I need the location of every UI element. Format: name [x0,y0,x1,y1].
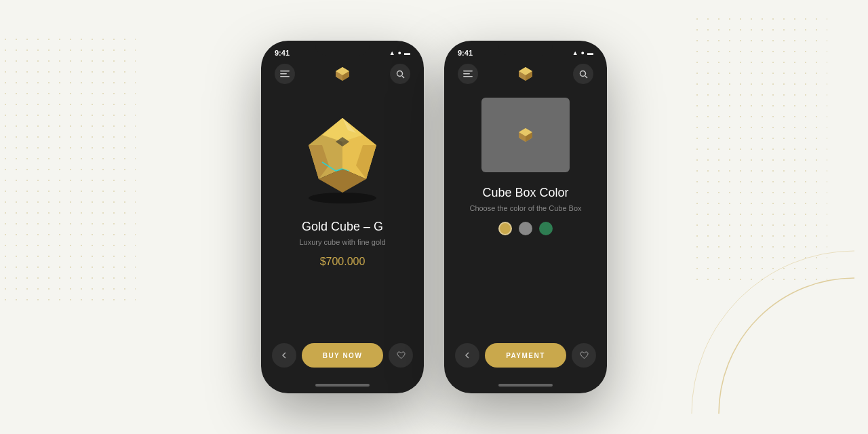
dot-pattern-left [0,34,136,305]
action-bar-1: BUY NOW [261,336,424,381]
svg-rect-3 [280,73,287,75]
battery-icon-2: ▬ [587,50,593,56]
color-swatch-gray[interactable] [519,222,532,235]
wifi-icon-2: ▲ [572,50,578,56]
svg-rect-23 [463,71,473,72]
nav-bar-2 [444,57,607,91]
phone-content-2: Cube Box Color Choose the color of the C… [444,91,607,336]
svg-point-30 [580,71,585,76]
back-button-2[interactable] [455,343,479,368]
color-swatch-green[interactable] [539,222,553,235]
phones-container: 9:41 ▲ ● ▬ [261,41,607,393]
phone-2: 9:41 ▲ ● ▬ [444,41,607,393]
payment-button[interactable]: PAYMENT [485,343,566,368]
svg-rect-4 [280,76,290,77]
arc-decoration [651,210,854,414]
search-icon-2[interactable] [573,64,593,84]
nav-logo-1 [334,66,351,82]
favorite-button-2[interactable] [572,343,596,368]
action-bar-2: PAYMENT [444,336,607,381]
svg-point-11 [309,193,376,203]
product-subtitle-2: Choose the color of the Cube Box [469,204,581,212]
color-box-wrapper [455,91,596,186]
menu-icon-1[interactable] [275,64,295,84]
color-box-frame [481,98,570,172]
nav-logo-2 [517,66,534,82]
svg-line-10 [402,76,404,78]
nav-bar-1 [261,57,424,91]
svg-line-31 [585,76,587,78]
menu-icon-2[interactable] [458,64,478,84]
svg-point-1 [692,251,854,414]
phone-content-1: Gold Cube – G Luxury cube with fine gold… [261,91,424,336]
product-price-1: $700.000 [320,256,366,268]
back-button-1[interactable] [272,343,296,368]
svg-rect-24 [463,73,470,75]
notch-1 [315,41,370,56]
gold-cube-svg [288,98,397,206]
product-title-2: Cube Box Color [482,186,568,200]
search-icon-1[interactable] [390,64,410,84]
small-cube-icon [517,127,534,143]
phone-1: 9:41 ▲ ● ▬ [261,41,424,393]
signal-icon-2: ● [581,50,585,56]
status-icons-2: ▲ ● ▬ [572,50,593,56]
buy-now-button[interactable]: BUY NOW [302,343,383,368]
battery-icon: ▬ [404,50,410,56]
color-swatches [498,222,553,235]
svg-point-9 [397,71,402,76]
svg-rect-25 [463,76,473,77]
product-title-1: Gold Cube – G [302,220,383,234]
product-image-1 [272,91,413,220]
status-time-2: 9:41 [458,49,473,57]
product-subtitle-1: Luxury cube with fine gold [299,238,385,246]
color-swatch-gold[interactable] [498,222,512,235]
home-indicator-2 [498,384,553,387]
signal-icon: ● [398,50,401,56]
favorite-button-1[interactable] [389,343,413,368]
notch-2 [498,41,553,56]
status-icons-1: ▲ ● ▬ [389,50,410,56]
svg-rect-2 [280,71,290,72]
status-time-1: 9:41 [275,49,290,57]
home-indicator-1 [315,384,370,387]
wifi-icon: ▲ [389,50,395,56]
